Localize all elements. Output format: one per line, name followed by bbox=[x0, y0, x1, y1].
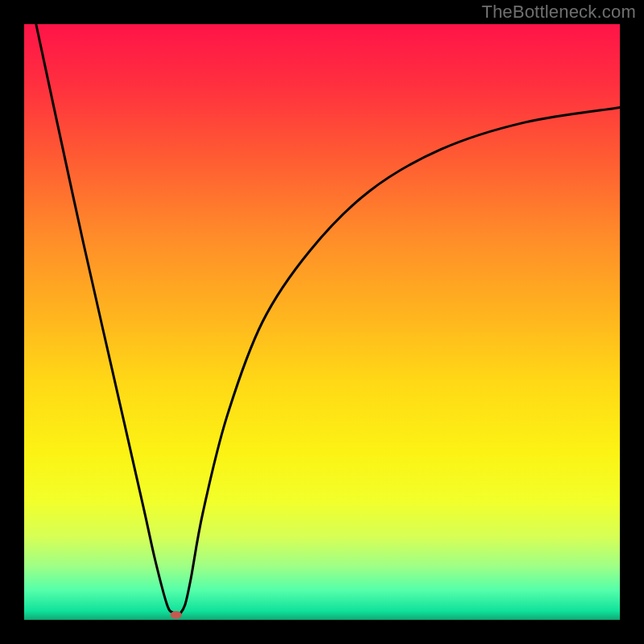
right-branch-curve bbox=[179, 108, 620, 615]
curve-layer bbox=[24, 24, 620, 620]
plot-area bbox=[24, 24, 620, 620]
watermark-text: TheBottleneck.com bbox=[481, 2, 636, 23]
chart-frame: TheBottleneck.com bbox=[0, 0, 644, 644]
left-branch-curve bbox=[36, 24, 180, 615]
optimum-marker bbox=[171, 611, 182, 619]
